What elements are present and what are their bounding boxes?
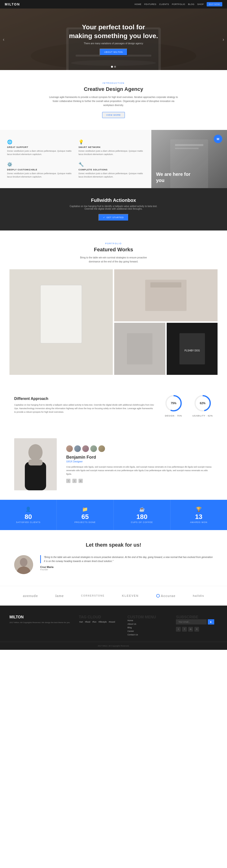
footer-link-home[interactable]: Home: [127, 619, 169, 622]
testimonial-content: "Bring to the table win-win survival str…: [14, 555, 213, 574]
portfolio-label: PORTFOLIO: [9, 242, 218, 245]
footer-link-career[interactable]: Career: [127, 630, 169, 632]
hero-next-button[interactable]: ›: [223, 37, 224, 42]
portfolio-item-1[interactable]: [9, 269, 113, 375]
team-avatar-4[interactable]: [90, 445, 97, 452]
intro-title: Creative Design Agency: [19, 86, 208, 92]
stats-section: 👤 80 Satisfied Clients 📁 65 Projects Don…: [0, 500, 227, 530]
tag-lifestyle[interactable]: #lifestyle: [98, 621, 107, 623]
footer-link-about[interactable]: About Us: [127, 623, 169, 625]
portfolio-image-3: [114, 323, 165, 375]
nav-shop[interactable]: SHOP: [197, 3, 204, 5]
stat-clients-label: Satisfied Clients: [5, 521, 52, 523]
usability-chart-svg: 62%: [193, 394, 212, 413]
hero-dot-1[interactable]: [111, 66, 113, 68]
feature-network-label: SMART NETWORK: [78, 146, 144, 148]
stat-projects-label: Projects Done: [62, 521, 108, 523]
footer-link-contact[interactable]: Contact Us: [127, 633, 169, 636]
facebook-link[interactable]: f: [66, 479, 70, 483]
team-avatar-1[interactable]: [66, 445, 73, 452]
footer-instagram-icon[interactable]: in: [188, 627, 193, 631]
portfolio-item-4[interactable]: PLSHBY DOG: [167, 323, 218, 375]
usability-circle: 62%: [193, 394, 212, 413]
actionbox-text: Capitalise on low hanging fruit to ident…: [9, 205, 218, 210]
svg-text:75%: 75%: [171, 402, 176, 405]
team-avatar-2[interactable]: [74, 445, 81, 452]
subscribe-submit-button[interactable]: ▶: [208, 619, 214, 624]
projects-icon: 📁: [62, 506, 108, 512]
stat-projects: 📁 65 Projects Done: [57, 500, 114, 530]
stat-projects-number: 65: [62, 514, 108, 520]
footer-link-blog[interactable]: Blog: [127, 626, 169, 629]
footer-subscribe-title: SUBSCRIBE: [176, 615, 218, 619]
nav-logo: MILTON: [5, 2, 20, 6]
team-avatar-list: [66, 445, 213, 452]
client-logo-6: halldis: [193, 594, 204, 597]
hero-cta-button[interactable]: ABOUT MILTON: [100, 49, 128, 56]
feature-customize: ⚙️ DEEPLY CUSTOMIZABLE Donec vestibulum …: [7, 162, 73, 179]
actionbox-cta-button[interactable]: ✓ GET STARTED: [98, 214, 128, 221]
feature-solutions-text: Donec vestibulum justo a diam ultrices p…: [78, 172, 144, 179]
footer-social-links: t f in li: [176, 627, 218, 631]
nav-features[interactable]: FEATURES: [144, 3, 156, 5]
client-logo-5: ⬡Accurae: [156, 593, 175, 598]
footer-copyright: 2017 Milton. All Copyrights Reserved. We…: [9, 621, 72, 624]
portfolio-section: PORTFOLIO Featured Works Bring to the ta…: [0, 230, 227, 382]
client-logo-4: KLEEVEN: [122, 594, 139, 597]
support-icon: 🌐: [7, 140, 73, 145]
hero-dots: [111, 66, 116, 68]
nav-portfolio[interactable]: PORTFOLIO: [172, 3, 185, 5]
tag-travel[interactable]: #travel: [109, 621, 115, 623]
client-logo-3: CORNERSTONE: [81, 594, 105, 597]
hero-prev-button[interactable]: ‹: [3, 37, 4, 42]
footer-facebook-icon[interactable]: f: [182, 627, 187, 631]
client-logos-section: avenude lame CORNERSTONE KLEEVEN ⬡Accura…: [0, 586, 227, 606]
nav-home[interactable]: HOME: [134, 3, 141, 5]
portfolio-item-2[interactable]: [114, 269, 218, 321]
footer-menu-title: CUSTOM MENU: [127, 615, 169, 619]
team-social-links: f t in: [66, 479, 213, 483]
portfolio-item-3[interactable]: [114, 323, 165, 375]
svg-text:62%: 62%: [200, 402, 205, 405]
nav-cta-button[interactable]: BUY NOW: [207, 2, 222, 6]
svg-rect-19: [179, 333, 205, 365]
hero-dot-2[interactable]: [114, 66, 116, 68]
footer-tags-title: TAG CLOUD: [79, 615, 120, 619]
feature-customize-text: Donec vestibulum justo a diam ultrices p…: [7, 172, 73, 179]
portfolio-grid: PLSHBY DOG: [9, 269, 218, 375]
design-circle: 75%: [164, 394, 183, 413]
portfolio-right-column: PLSHBY DOG: [114, 269, 218, 375]
design-chart-svg: 75%: [164, 394, 183, 413]
testimonial-avatar: [14, 555, 33, 574]
tag-food[interactable]: #food: [85, 621, 90, 623]
hero-content: Your perfect tool formaking something yo…: [69, 23, 158, 56]
usability-chart: 62% USABILITY · 62%: [192, 394, 213, 417]
instagram-link[interactable]: in: [78, 479, 83, 483]
portfolio-image-4: PLSHBY DOG: [167, 323, 218, 375]
nav-clients[interactable]: CLIENTS: [159, 3, 169, 5]
subscribe-email-input[interactable]: [176, 619, 207, 624]
testimonial-body: "Bring to the table win-win survival str…: [40, 555, 213, 571]
actionbox-section: Fullwidth Actionbox Capitalise on low ha…: [0, 188, 227, 230]
solutions-icon: 🔧: [78, 162, 144, 167]
navigation: MILTON HOME FEATURES CLIENTS PORTFOLIO B…: [0, 0, 227, 8]
tag-fun[interactable]: #fun: [92, 621, 96, 623]
testimonial-author-role: Founder: [40, 568, 213, 571]
footer-twitter-icon[interactable]: t: [176, 627, 181, 631]
stat-clients: 👤 80 Satisfied Clients: [0, 500, 57, 530]
svg-rect-11: [40, 285, 82, 343]
footer-linkedin-icon[interactable]: li: [194, 627, 199, 631]
footer-menu: CUSTOM MENU Home About Us Blog Career Co…: [127, 615, 169, 637]
twitter-link[interactable]: t: [72, 479, 76, 483]
design-chart: 75% DESIGN · 75%: [164, 394, 183, 417]
intro-cta-button[interactable]: VIEW MORE: [102, 112, 125, 118]
team-avatar-3[interactable]: [82, 445, 89, 452]
features-image-panel: M We are here foryou: [151, 130, 227, 188]
nav-blog[interactable]: BLOG: [188, 3, 194, 5]
team-member-photo: [14, 438, 57, 490]
coffee-icon: ☕: [119, 506, 165, 512]
team-avatar-5[interactable]: [98, 445, 105, 452]
footer-bottom-bar: 2017 Milton. All Copyrights Reserved.: [0, 642, 227, 650]
tag-art[interactable]: #art: [79, 621, 83, 623]
approach-charts: 75% DESIGN · 75% 62% USABILITY · 62%: [164, 394, 213, 417]
